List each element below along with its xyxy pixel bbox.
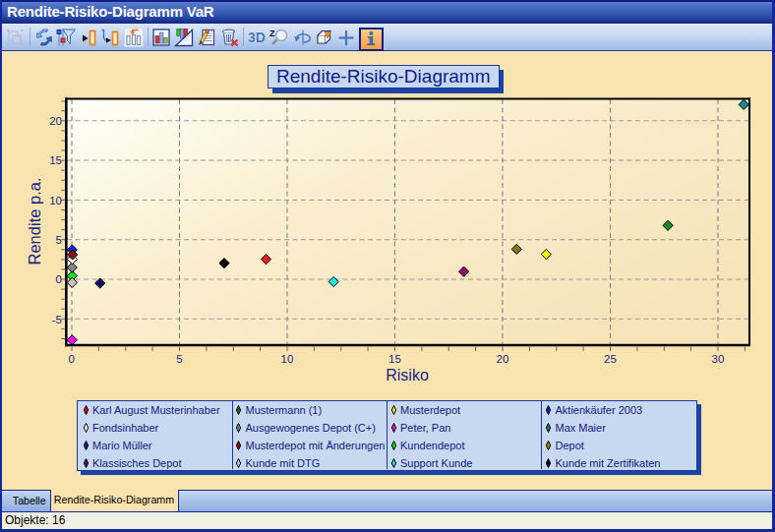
svg-text:Rendite p.a.: Rendite p.a. bbox=[26, 178, 43, 266]
svg-text:-5: -5 bbox=[52, 314, 62, 325]
svg-text:0: 0 bbox=[56, 273, 62, 285]
svg-text:25: 25 bbox=[604, 353, 617, 365]
svg-text:5: 5 bbox=[176, 353, 182, 365]
svg-text:20: 20 bbox=[497, 353, 509, 365]
svg-text:30: 30 bbox=[712, 353, 725, 365]
svg-text:10: 10 bbox=[281, 353, 294, 365]
svg-text:0: 0 bbox=[68, 353, 74, 365]
svg-text:15: 15 bbox=[388, 353, 401, 365]
svg-text:5: 5 bbox=[56, 234, 62, 246]
svg-text:15: 15 bbox=[49, 154, 62, 166]
svg-text:10: 10 bbox=[49, 195, 62, 207]
svg-text:Risiko: Risiko bbox=[386, 367, 429, 384]
svg-text:20: 20 bbox=[49, 115, 62, 127]
